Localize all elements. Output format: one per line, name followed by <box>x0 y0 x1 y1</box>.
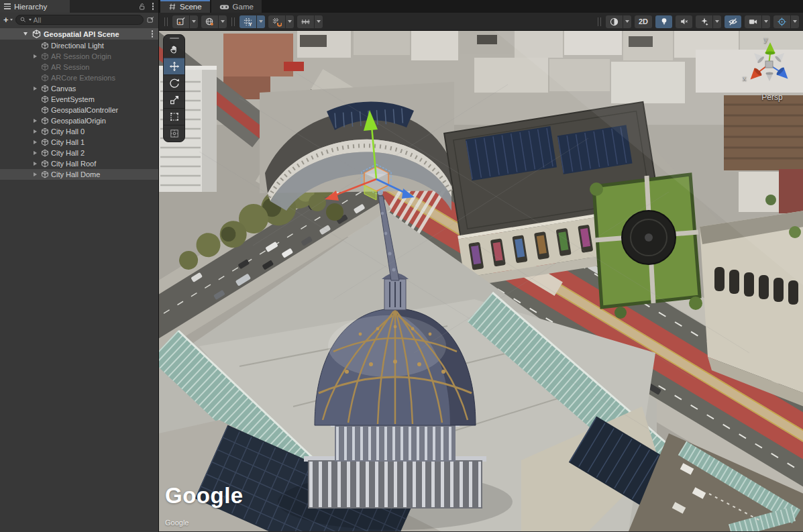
foldout-icon[interactable] <box>34 151 37 155</box>
hierarchy-item-ar-session-origin[interactable]: AR Session Origin <box>0 51 158 62</box>
foldout-icon[interactable] <box>34 87 37 91</box>
gameobject-icon <box>41 95 49 103</box>
gameobject-icon <box>41 160 49 168</box>
scene-toolbar: Y <box>159 13 803 31</box>
hierarchy-item-city-hall-2[interactable]: City Hall 2 <box>0 148 158 158</box>
hierarchy-item-directional-light[interactable]: Directional Light <box>0 40 158 51</box>
gameobject-icon <box>41 74 49 82</box>
hierarchy-toolbar: + <box>0 13 158 27</box>
foldout-icon[interactable] <box>34 140 37 144</box>
foldout-icon[interactable] <box>34 119 37 123</box>
toolbar-grip[interactable] <box>231 17 235 26</box>
gameobject-icon <box>41 85 49 93</box>
memorial-court-lawn <box>594 174 700 307</box>
hierarchy-tab-label: Hierarchy <box>14 3 47 11</box>
hierarchy-item-city-hall-dome[interactable]: City Hall Dome <box>0 169 158 180</box>
transform-tool[interactable] <box>164 125 184 142</box>
search-filter-caret[interactable] <box>29 19 32 21</box>
orientation-gizmo[interactable] <box>744 40 794 82</box>
gameobject-icon <box>41 149 49 157</box>
scene-foldout-icon[interactable] <box>23 32 28 36</box>
foldout-icon[interactable] <box>34 54 37 58</box>
game-tab-icon <box>219 3 229 11</box>
tools-overlay-handle[interactable] <box>170 38 179 39</box>
hidden-objects-button[interactable] <box>725 15 741 28</box>
scene-lighting-button[interactable] <box>655 15 672 28</box>
scene-visibility-dropdown[interactable] <box>219 15 227 28</box>
shading-mode-button[interactable] <box>606 15 623 28</box>
grid-snapping-dropdown[interactable] <box>286 15 294 28</box>
unity-scene-icon <box>32 30 41 38</box>
gameobject-icon <box>41 127 49 136</box>
tab-hierarchy[interactable]: Hierarchy <box>0 0 70 13</box>
hierarchy-menu-icon[interactable] <box>151 3 156 10</box>
tab-game[interactable]: Game <box>211 0 262 13</box>
2d-toggle-button[interactable]: 2D <box>635 15 652 28</box>
scene-viewport[interactable]: y x Persp Google Google <box>159 31 803 531</box>
create-object-button[interactable]: + <box>3 15 13 24</box>
audio-mute-button[interactable] <box>676 15 692 28</box>
lock-icon[interactable] <box>138 2 146 11</box>
scene-header-row[interactable]: Geospatial API Scene <box>0 28 158 40</box>
draw-mode-button[interactable] <box>172 15 189 28</box>
scene-panel: Scene Game <box>158 0 803 532</box>
rect-tool[interactable] <box>164 108 184 125</box>
move-gizmo[interactable] <box>352 125 423 204</box>
hierarchy-item-geospatialorigin[interactable]: GeospatialOrigin <box>0 115 158 126</box>
snap-increment-button[interactable] <box>297 15 314 28</box>
svg-text:Y: Y <box>249 21 252 26</box>
gameobject-icon <box>41 52 49 60</box>
scene-visibility-globe-button[interactable] <box>201 15 218 28</box>
create-dropdown-caret <box>10 19 13 21</box>
scene-menu-icon[interactable] <box>150 30 155 38</box>
search-input[interactable] <box>34 16 140 24</box>
hierarchy-item-geospatialcontroller[interactable]: GeospatialController <box>0 105 158 115</box>
move-tool[interactable] <box>164 58 184 74</box>
tab-scene[interactable]: Scene <box>160 0 210 13</box>
tools-overlay <box>163 34 185 142</box>
unity-editor-window: Hierarchy + <box>0 0 803 532</box>
grid-visibility-button[interactable]: Y <box>239 15 256 28</box>
hierarchy-search[interactable] <box>15 15 144 25</box>
panel-list-icon <box>4 2 11 11</box>
effects-dropdown[interactable] <box>713 15 721 28</box>
toolbar-grip[interactable] <box>598 17 601 26</box>
gizmos-selector-dropdown[interactable] <box>791 15 799 28</box>
gameobject-icon <box>41 138 49 146</box>
hierarchy-item-eventsystem[interactable]: EventSystem <box>0 94 158 105</box>
hierarchy-item-city-hall-0[interactable]: City Hall 0 <box>0 126 158 137</box>
hierarchy-item-city-hall-1[interactable]: City Hall 1 <box>0 137 158 148</box>
hierarchy-item-canvas[interactable]: Canvas <box>0 83 158 94</box>
gameobject-icon <box>41 170 49 178</box>
effects-button[interactable] <box>696 15 712 28</box>
gizmos-selector-button[interactable] <box>773 15 790 28</box>
grid-snapping-button[interactable] <box>268 15 285 28</box>
hierarchy-items: Directional Light AR Session Origin AR S… <box>0 40 158 180</box>
gizmo-y-label: y <box>764 35 768 43</box>
gameobject-icon <box>41 63 49 71</box>
scale-tool[interactable] <box>164 91 184 108</box>
grid-visibility-dropdown[interactable] <box>257 15 265 28</box>
scene-3d-render <box>159 31 803 531</box>
toolbar-grip[interactable] <box>164 17 168 26</box>
foldout-icon[interactable] <box>34 129 37 134</box>
snap-increment-dropdown[interactable] <box>315 15 323 28</box>
gizmo-x-label: x <box>743 74 747 82</box>
hierarchy-item-arcore-extensions[interactable]: ARCore Extensions <box>0 72 158 83</box>
rotate-tool[interactable] <box>164 74 184 91</box>
hierarchy-item-city-hall-roof[interactable]: City Hall Roof <box>0 158 158 169</box>
camera-overlay-button[interactable] <box>745 15 761 28</box>
foldout-icon[interactable] <box>34 172 37 176</box>
scene-tab-icon <box>168 3 176 11</box>
shading-mode-dropdown[interactable] <box>623 15 631 28</box>
scene-tabbar: Scene Game <box>159 0 803 13</box>
draw-mode-dropdown[interactable] <box>190 15 198 28</box>
foldout-icon[interactable] <box>34 162 37 166</box>
press-to-pick-icon[interactable] <box>146 15 155 24</box>
view-hand-tool[interactable] <box>164 41 184 58</box>
camera-overlay-dropdown[interactable] <box>762 15 770 28</box>
projection-label[interactable]: Persp <box>752 93 792 102</box>
hierarchy-panel: Hierarchy + <box>0 0 158 532</box>
hierarchy-item-ar-session[interactable]: AR Session <box>0 62 158 72</box>
hierarchy-tabbar: Hierarchy <box>0 0 158 13</box>
